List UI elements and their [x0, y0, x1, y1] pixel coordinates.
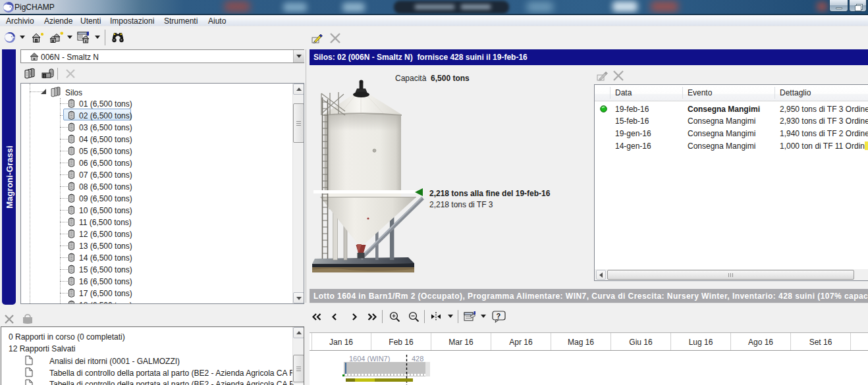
svg-text:?: ?: [497, 312, 501, 320]
